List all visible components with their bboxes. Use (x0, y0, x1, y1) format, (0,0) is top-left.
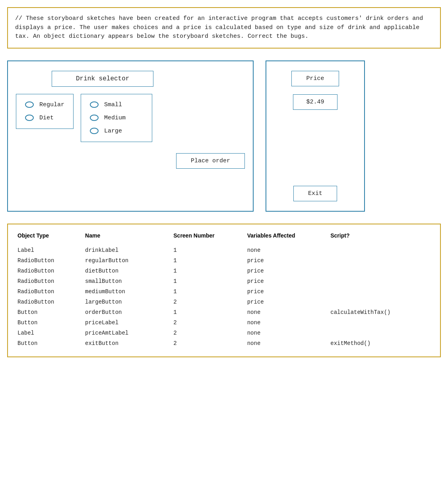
cell-screen-2: 1 (173, 266, 247, 276)
cell-screen-1: 1 (173, 255, 247, 266)
cell-name-5: largeButton (85, 297, 173, 307)
cell-name-8: priceAmtLabel (85, 328, 173, 338)
radio-circle-small (90, 101, 99, 108)
radio-medium-label: Medium (104, 115, 126, 121)
cell-script-5 (330, 297, 431, 307)
place-order-button[interactable]: Place order (176, 153, 245, 169)
cell-type-6: Button (17, 307, 85, 317)
cell-name-0: drinkLabel (85, 245, 173, 255)
cell-screen-8: 2 (173, 328, 247, 338)
object-table: Object Type Name Screen Number Variables… (17, 232, 431, 349)
description-box: // These storyboard sketches have been c… (7, 7, 441, 49)
cell-script-7 (330, 317, 431, 328)
table-row: RadioButtondietButton1price (17, 266, 431, 276)
radio-regular[interactable]: Regular (25, 101, 64, 108)
table-row: ButtonexitButton2noneexitMethod() (17, 338, 431, 349)
cell-vars-3: price (247, 276, 331, 286)
col-header-script: Script? (330, 232, 431, 245)
cell-script-9: exitMethod() (330, 338, 431, 349)
storyboard-area: Drink selector Regular Diet Small (7, 60, 441, 212)
cell-vars-8: none (247, 328, 331, 338)
cell-screen-5: 2 (173, 297, 247, 307)
description-text: // These storyboard sketches have been c… (15, 15, 423, 40)
col-header-type: Object Type (17, 232, 85, 245)
radio-small[interactable]: Small (90, 101, 143, 108)
radio-circle-large (90, 128, 99, 134)
col-header-screen: Screen Number (173, 232, 247, 245)
table-row: RadioButtonsmallButton1price (17, 276, 431, 286)
cell-type-7: Button (17, 317, 85, 328)
radio-circle-medium (90, 115, 99, 121)
col-header-vars: Variables Affected (247, 232, 331, 245)
cell-type-9: Button (17, 338, 85, 349)
radio-medium[interactable]: Medium (90, 115, 143, 121)
cell-script-3 (330, 276, 431, 286)
object-dictionary: Object Type Name Screen Number Variables… (7, 224, 441, 357)
cell-screen-4: 1 (173, 286, 247, 297)
cell-script-4 (330, 286, 431, 297)
radio-group-size: Small Medium Large (81, 94, 152, 142)
table-row: LabeldrinkLabel1none (17, 245, 431, 255)
cell-screen-9: 2 (173, 338, 247, 349)
table-row: RadioButtonmediumButton1price (17, 286, 431, 297)
cell-vars-1: price (247, 255, 331, 266)
cell-type-4: RadioButton (17, 286, 85, 297)
cell-vars-4: price (247, 286, 331, 297)
cell-name-9: exitButton (85, 338, 173, 349)
cell-screen-6: 1 (173, 307, 247, 317)
cell-vars-7: none (247, 317, 331, 328)
table-row: ButtonorderButton1nonecalculateWithTax() (17, 307, 431, 317)
cell-type-8: Label (17, 328, 85, 338)
table-row: RadioButtonregularButton1price (17, 255, 431, 266)
price-label-button[interactable]: Price (291, 71, 339, 86)
cell-script-8 (330, 328, 431, 338)
price-amount-label: $2.49 (293, 94, 337, 110)
cell-vars-6: none (247, 307, 331, 317)
cell-vars-9: none (247, 338, 331, 349)
radio-small-label: Small (104, 101, 122, 108)
cell-vars-0: none (247, 245, 331, 255)
cell-type-2: RadioButton (17, 266, 85, 276)
radio-circle-diet (25, 115, 34, 121)
cell-screen-3: 1 (173, 276, 247, 286)
cell-name-7: priceLabel (85, 317, 173, 328)
cell-type-0: Label (17, 245, 85, 255)
drink-selector-label: Drink selector (52, 71, 153, 87)
radio-regular-label: Regular (39, 101, 64, 108)
cell-name-4: mediumButton (85, 286, 173, 297)
exit-button[interactable]: Exit (293, 186, 337, 201)
table-row: ButtonpriceLabel2none (17, 317, 431, 328)
cell-type-1: RadioButton (17, 255, 85, 266)
cell-name-2: dietButton (85, 266, 173, 276)
cell-script-0 (330, 245, 431, 255)
cell-name-1: regularButton (85, 255, 173, 266)
table-row: RadioButtonlargeButton2price (17, 297, 431, 307)
cell-vars-5: price (247, 297, 331, 307)
cell-name-3: smallButton (85, 276, 173, 286)
cell-screen-0: 1 (173, 245, 247, 255)
radio-group-type: Regular Diet (16, 94, 74, 129)
radio-diet[interactable]: Diet (25, 115, 64, 121)
cell-type-3: RadioButton (17, 276, 85, 286)
cell-name-6: orderButton (85, 307, 173, 317)
cell-script-2 (330, 266, 431, 276)
radio-large[interactable]: Large (90, 128, 143, 134)
col-header-name: Name (85, 232, 173, 245)
cell-type-5: RadioButton (17, 297, 85, 307)
radio-diet-label: Diet (39, 115, 54, 121)
cell-script-1 (330, 255, 431, 266)
screen1-content: Regular Diet Small Medium (16, 94, 245, 142)
screen1: Drink selector Regular Diet Small (7, 60, 254, 212)
radio-large-label: Large (104, 128, 122, 134)
cell-script-6: calculateWithTax() (330, 307, 431, 317)
cell-screen-7: 2 (173, 317, 247, 328)
radio-circle-regular (25, 101, 34, 108)
cell-vars-2: price (247, 266, 331, 276)
table-row: LabelpriceAmtLabel2none (17, 328, 431, 338)
screen2: Price $2.49 Exit (266, 60, 365, 212)
